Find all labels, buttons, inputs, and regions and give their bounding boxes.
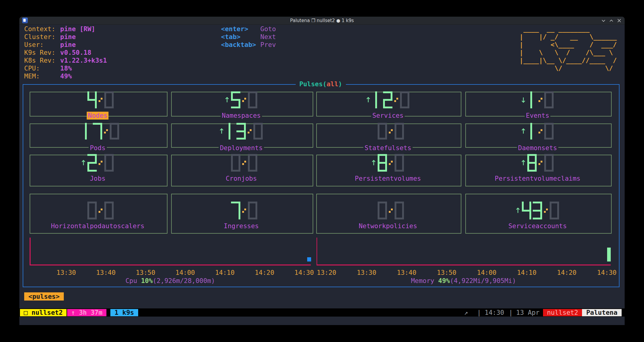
tile-label[interactable]: Pods [89, 144, 107, 152]
colon-dot [396, 98, 398, 100]
statusbar-time: 14:30 [485, 309, 504, 316]
digit-segment [550, 210, 551, 219]
tile-label[interactable]: Statefulsets [363, 144, 413, 152]
hint-key[interactable]: <tab> [221, 33, 240, 41]
tile-counter-display [514, 123, 554, 141]
tile-label[interactable]: Networkpolicies [357, 222, 418, 230]
statusbar-separator: | [509, 309, 513, 316]
colon-dot [99, 211, 100, 213]
hint-key[interactable]: <backtab> [221, 41, 256, 49]
cpu-latest-marker [307, 257, 311, 261]
tile-label[interactable]: Serviceaccounts [507, 222, 568, 230]
digit-segment [385, 130, 387, 140]
cpu-caption-label: Cpu [125, 277, 141, 284]
tile-counter-display [74, 202, 114, 221]
tile-label[interactable]: Persistentvolumes [354, 175, 422, 183]
digit-segment [248, 99, 250, 108]
digit-segment [378, 210, 379, 219]
memory-axis-tick: 13:50 [437, 269, 456, 277]
delta-up-arrow-icon [372, 160, 375, 165]
statusbar-badge-pink[interactable]: ↑ 3h 37m [67, 309, 106, 316]
cluster-info-label: User: [24, 41, 44, 49]
tile-label[interactable]: Deployments [219, 144, 264, 152]
digit-segment [527, 170, 537, 172]
window-title: Palutena ❐ nullset2 ● 1 k9s [19, 17, 625, 25]
statusbar-session-arrow-icon: ↗ [464, 309, 468, 316]
digit-segment [117, 130, 119, 140]
cluster-info-label: K9s Rev: [24, 49, 55, 57]
tile-label[interactable]: Cronjobs [224, 175, 258, 183]
statusbar-badge-white[interactable]: Palutena [582, 309, 622, 316]
digit-segment [533, 218, 542, 219]
tile-label[interactable]: Services [371, 112, 405, 120]
tile-label[interactable]: Persistentvolumeclaims [493, 175, 581, 183]
tile-counter-display [218, 91, 257, 110]
maximize-icon[interactable] [608, 18, 614, 24]
cpu-axis-tick: 13:50 [136, 269, 155, 277]
window-titlebar[interactable]: Palutena ❐ nullset2 ● 1 k9s [19, 17, 625, 25]
terminal-window: Palutena ❐ nullset2 ● 1 k9s Context:pine… [19, 17, 625, 317]
cluster-info-value: 49% [60, 72, 72, 80]
delta-up-arrow-icon [522, 160, 525, 165]
colon-dot [394, 100, 396, 102]
cpu-axis-tick: 14:20 [255, 269, 274, 277]
statusbar-badge-red[interactable]: nullset2 [543, 309, 582, 316]
tile-digits [514, 91, 554, 110]
hint-action: Next [260, 33, 276, 41]
cluster-info-label: CPU: [24, 64, 40, 72]
tile-label[interactable]: Horizontalpodautoscalers [50, 222, 145, 230]
cpu-graph-baseline [30, 265, 311, 265]
statusbar-badge-yellow[interactable]: □ nullset2 [20, 309, 67, 316]
breadcrumb-pulses[interactable]: <pulses> [24, 292, 64, 301]
close-icon[interactable] [616, 18, 622, 24]
cpu-graph-y-axis [30, 238, 31, 265]
colon-dot [546, 209, 548, 210]
hint-key[interactable]: <enter> [221, 25, 248, 33]
colon-dot [250, 129, 252, 131]
digit-segment [552, 130, 554, 140]
tile-label[interactable]: Nodes [87, 112, 109, 120]
tile-counter-display [509, 202, 559, 221]
digit-segment [544, 162, 546, 172]
cluster-info-value: 18% [60, 64, 72, 72]
tile-digits [218, 202, 257, 221]
tile-digits [74, 154, 114, 173]
delta-down-arrow-icon [522, 97, 525, 102]
tile-label[interactable]: Ingresses [223, 222, 260, 230]
digit-segment [239, 210, 240, 219]
tile-label[interactable]: Events [525, 112, 550, 120]
minimize-icon[interactable] [600, 18, 607, 24]
digit-segment [255, 210, 257, 219]
delta-up-arrow-icon [226, 97, 229, 102]
digit-segment [104, 162, 106, 172]
colon-dot [242, 100, 244, 102]
digit-segment [383, 107, 392, 108]
digit-segment [385, 210, 387, 219]
tile-digits [212, 123, 263, 141]
colon-dot [101, 98, 102, 100]
hint-action: Prev [260, 41, 276, 49]
digit-segment [95, 210, 97, 219]
desktop: Palutena ❐ nullset2 ● 1 k9s Context:pine… [0, 0, 644, 342]
k9s-ascii-logo: ____ __ ________ | |/ _/ __ \______ | <\… [519, 25, 617, 72]
cluster-info-value: v0.50.18 [60, 49, 91, 57]
digit-segment [395, 162, 396, 172]
tile-digits [74, 202, 114, 221]
cluster-info-label: K8s Rev: [24, 57, 55, 64]
digit-segment [100, 130, 102, 140]
colon-dot [391, 161, 393, 163]
statusbar-badge-blue[interactable]: 1 k9s [110, 309, 138, 316]
delta-up-arrow-icon [220, 129, 223, 134]
digit-segment [253, 130, 255, 140]
colon-dot [538, 100, 540, 102]
tile-label[interactable]: Jobs [89, 175, 107, 183]
tile-label[interactable]: Daemonsets [517, 144, 558, 152]
cpu-axis-tick: 13:30 [57, 269, 76, 277]
digit-segment [87, 170, 97, 172]
tile-label[interactable]: Namespaces [221, 112, 262, 120]
colon-dot [99, 163, 100, 165]
tile-digits [218, 154, 257, 173]
digit-segment [402, 162, 404, 172]
colon-dot [99, 100, 100, 102]
digit-segment [395, 130, 396, 140]
